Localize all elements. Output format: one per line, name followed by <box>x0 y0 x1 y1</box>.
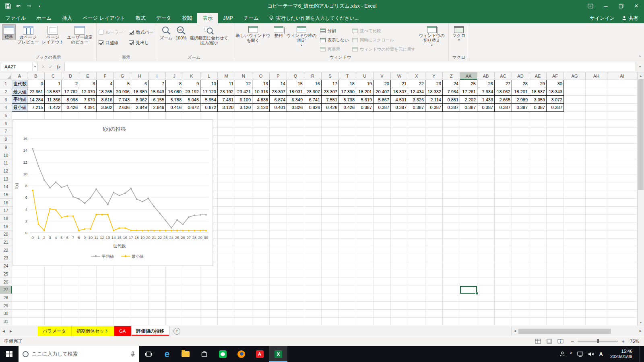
cell[interactable] <box>218 254 235 262</box>
cell[interactable] <box>304 167 322 175</box>
task-view-button[interactable] <box>139 346 158 362</box>
cell[interactable] <box>512 310 529 318</box>
row-header[interactable]: 20 <box>0 230 12 239</box>
cell[interactable] <box>477 222 495 230</box>
sheet-scroll-left-icon[interactable]: ◀ <box>0 326 7 336</box>
cell[interactable] <box>512 151 529 159</box>
cell[interactable]: 0.387 <box>425 104 443 112</box>
cell[interactable] <box>149 112 166 120</box>
cell[interactable] <box>304 262 322 270</box>
freeze-panes-button[interactable]: ウィンドウ枠の 固定▾ <box>285 24 318 48</box>
cell[interactable] <box>339 246 356 254</box>
cell[interactable] <box>252 230 270 239</box>
cell[interactable] <box>460 302 477 310</box>
cell[interactable] <box>131 318 149 326</box>
cell[interactable]: 18.201 <box>512 88 529 96</box>
minimize-icon[interactable]: ─ <box>598 0 613 12</box>
cell[interactable] <box>391 270 408 278</box>
cell[interactable]: 0.426 <box>62 104 79 112</box>
cell[interactable] <box>339 119 356 128</box>
cell[interactable] <box>547 112 564 120</box>
cell[interactable] <box>586 119 607 128</box>
cell[interactable] <box>252 302 270 310</box>
cell[interactable] <box>391 159 408 167</box>
firefox-button[interactable] <box>232 346 250 362</box>
cell[interactable] <box>564 215 586 223</box>
scroll-up-icon[interactable]: ▲ <box>638 72 644 79</box>
cell[interactable]: 17.261 <box>460 88 477 96</box>
cell[interactable] <box>547 159 564 167</box>
cell[interactable] <box>235 222 252 230</box>
column-header[interactable]: AG <box>564 72 586 80</box>
cell[interactable] <box>477 183 495 191</box>
cell[interactable]: 3.120 <box>252 104 270 112</box>
taskbar-clock[interactable]: 15:46 2020/01/09 <box>608 349 635 359</box>
cell[interactable] <box>97 286 114 294</box>
cell[interactable] <box>235 183 252 191</box>
cell[interactable] <box>252 318 270 326</box>
cell[interactable] <box>374 239 391 247</box>
cell[interactable] <box>495 183 512 191</box>
add-sheet-button[interactable]: + <box>173 328 180 335</box>
cell[interactable] <box>460 175 477 183</box>
tab-insert[interactable]: 挿入 <box>57 13 77 23</box>
cell[interactable] <box>62 278 79 286</box>
column-header[interactable]: O <box>252 72 270 80</box>
cell[interactable] <box>477 262 495 270</box>
cell[interactable] <box>218 128 235 136</box>
cell[interactable] <box>339 230 356 239</box>
cell[interactable] <box>547 246 564 254</box>
cell[interactable]: 最小値 <box>12 104 27 112</box>
cell[interactable] <box>218 144 235 152</box>
cell[interactable]: 17.762 <box>62 88 79 96</box>
cell[interactable] <box>425 262 443 270</box>
cell[interactable] <box>218 294 235 302</box>
switch-windows-button[interactable]: ウィンドウの 切り替え▾ <box>417 24 446 48</box>
cell[interactable]: 8.062 <box>131 96 149 104</box>
cell[interactable]: 22.961 <box>27 88 45 96</box>
cell[interactable] <box>339 136 356 144</box>
cell[interactable] <box>425 207 443 215</box>
cell[interactable] <box>252 199 270 207</box>
cell[interactable] <box>460 230 477 239</box>
cell[interactable] <box>477 215 495 223</box>
cell[interactable] <box>495 294 512 302</box>
cell[interactable] <box>391 112 408 120</box>
cell[interactable] <box>252 191 270 199</box>
cell[interactable] <box>529 207 547 215</box>
cell[interactable] <box>356 199 374 207</box>
cell[interactable]: 20.906 <box>114 88 131 96</box>
cell[interactable] <box>495 215 512 223</box>
cell[interactable] <box>235 262 252 270</box>
cell[interactable] <box>443 112 460 120</box>
cell[interactable]: 2.665 <box>495 96 512 104</box>
cell[interactable]: 2.849 <box>149 104 166 112</box>
expand-formula-bar-icon[interactable]: ▾ <box>636 61 644 72</box>
cell[interactable] <box>586 159 607 167</box>
split-button[interactable]: 分割 <box>320 27 349 35</box>
cell[interactable] <box>252 144 270 152</box>
cell[interactable] <box>339 254 356 262</box>
cell[interactable]: 8 <box>166 80 183 88</box>
cell[interactable]: 14.284 <box>27 96 45 104</box>
cell[interactable] <box>512 230 529 239</box>
cell[interactable] <box>547 302 564 310</box>
cell[interactable] <box>252 183 270 191</box>
page-break-preview-button[interactable]: 改ページ プレビュー <box>16 24 40 45</box>
cell[interactable] <box>322 167 339 175</box>
column-header[interactable]: N <box>235 72 252 80</box>
cell[interactable] <box>200 302 218 310</box>
cell[interactable] <box>374 151 391 159</box>
cell[interactable] <box>304 136 322 144</box>
cell[interactable] <box>529 183 547 191</box>
cell[interactable] <box>529 199 547 207</box>
cell[interactable] <box>547 215 564 223</box>
cell[interactable] <box>391 286 408 294</box>
cell[interactable] <box>218 239 235 247</box>
cell[interactable] <box>235 318 252 326</box>
cell[interactable] <box>149 278 166 286</box>
cell[interactable] <box>12 302 27 310</box>
cell[interactable] <box>374 222 391 230</box>
cell[interactable] <box>270 144 287 152</box>
cell[interactable] <box>477 302 495 310</box>
